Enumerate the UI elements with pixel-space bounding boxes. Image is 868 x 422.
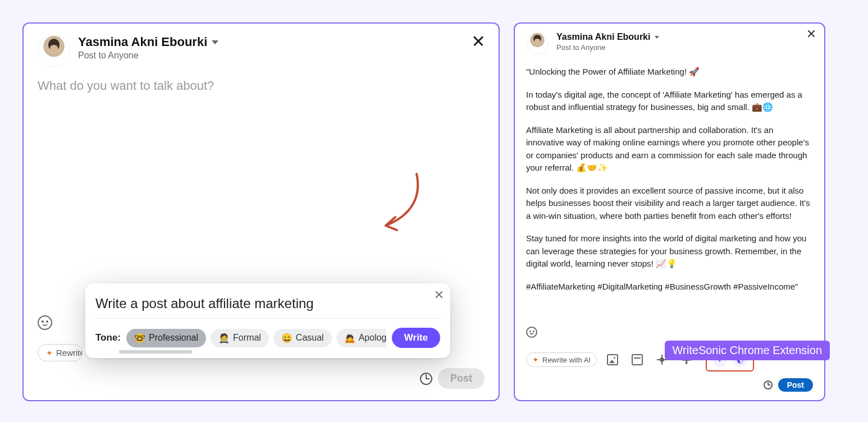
compose-footer: Post bbox=[526, 378, 813, 392]
user-info: Yasmina Akni Ebourki Post to Anyone bbox=[78, 35, 218, 61]
chevron-down-icon bbox=[212, 40, 218, 44]
compose-header: Yasmina Akni Ebourki Post to Anyone bbox=[526, 32, 813, 54]
compose-header: Yasmina Akni Ebourki Post to Anyone bbox=[38, 35, 485, 67]
writesonic-badge: WriteSonic Chrome Extension bbox=[665, 341, 830, 360]
post-paragraph: "Unlocking the Power of Affiliate Market… bbox=[526, 66, 813, 79]
tone-label: Tone: bbox=[95, 332, 121, 343]
tone-scrollbar[interactable] bbox=[119, 350, 192, 354]
emoji-icon[interactable] bbox=[38, 315, 52, 330]
compose-panel-right: Yasmina Akni Ebourki Post to Anyone "Unl… bbox=[514, 22, 825, 401]
avatar bbox=[38, 35, 70, 67]
tone-row: Tone: 🤓Professional🤵Formal😄Casual🙇Apolog… bbox=[95, 328, 440, 348]
tone-text: Apologetic bbox=[359, 333, 386, 343]
ai-prompt-popup: Tone: 🤓Professional🤵Formal😄Casual🙇Apolog… bbox=[85, 283, 450, 358]
post-button[interactable]: Post bbox=[778, 378, 813, 392]
sparkle-icon: ✦ bbox=[532, 355, 539, 364]
avatar bbox=[526, 32, 549, 54]
generated-post-content[interactable]: "Unlocking the Power of Affiliate Market… bbox=[526, 54, 813, 322]
compose-panel-left: Yasmina Akni Ebourki Post to Anyone What… bbox=[22, 22, 500, 401]
calendar-icon[interactable] bbox=[632, 354, 643, 365]
emoji-icon[interactable] bbox=[526, 327, 537, 338]
post-paragraph: Stay tuned for more insights into the wo… bbox=[526, 232, 813, 270]
post-button: Post bbox=[438, 368, 485, 389]
tone-text: Casual bbox=[296, 333, 324, 343]
tone-chip-formal[interactable]: 🤵Formal bbox=[211, 329, 269, 347]
post-paragraph: #AffiliateMarketing #DigitalMarketing #B… bbox=[526, 281, 813, 293]
schedule-icon[interactable] bbox=[420, 373, 432, 385]
ai-prompt-input[interactable] bbox=[95, 293, 440, 319]
rewrite-label: Rewrite with AI bbox=[56, 348, 83, 357]
tone-emoji: 🙇 bbox=[344, 333, 355, 343]
post-paragraph: In today's digital age, the concept of '… bbox=[526, 89, 813, 114]
rewrite-with-ai-button[interactable]: ✦ Rewrite with AI bbox=[526, 352, 597, 367]
tone-text: Formal bbox=[233, 333, 261, 343]
tone-text: Professional bbox=[149, 333, 198, 343]
tone-emoji: 😄 bbox=[281, 333, 293, 343]
tone-emoji: 🤓 bbox=[134, 333, 145, 343]
post-paragraph: Not only does it provides an excellent s… bbox=[526, 185, 813, 223]
close-button[interactable] bbox=[472, 35, 485, 47]
rewrite-label: Rewrite with AI bbox=[542, 356, 591, 364]
user-name: Yasmina Akni Ebourki bbox=[556, 32, 650, 42]
user-info: Yasmina Akni Ebourki Post to Anyone bbox=[556, 32, 659, 52]
author-select[interactable]: Yasmina Akni Ebourki bbox=[78, 35, 218, 49]
rewrite-with-ai-button[interactable]: ✦ Rewrite with AI bbox=[38, 344, 83, 361]
tone-chip-apologetic[interactable]: 🙇Apologetic bbox=[336, 329, 386, 347]
tone-chip-professional[interactable]: 🤓Professional bbox=[126, 329, 206, 347]
compose-placeholder: What do you want to talk about? bbox=[38, 79, 214, 93]
tone-emoji: 🤵 bbox=[218, 333, 230, 343]
author-select[interactable]: Yasmina Akni Ebourki bbox=[556, 32, 659, 42]
tone-chips: 🤓Professional🤵Formal😄Casual🙇Apologetic bbox=[126, 329, 386, 347]
tone-chip-casual[interactable]: 😄Casual bbox=[273, 329, 332, 347]
sparkle-icon: ✦ bbox=[46, 348, 53, 357]
post-paragraph: Affiliate Marketing is all about partner… bbox=[526, 124, 813, 175]
user-name: Yasmina Akni Ebourki bbox=[78, 35, 207, 49]
image-icon[interactable] bbox=[607, 354, 618, 365]
compose-textarea[interactable]: What do you want to talk about? bbox=[38, 67, 485, 315]
post-visibility[interactable]: Post to Anyone bbox=[556, 43, 659, 52]
write-button[interactable]: Write bbox=[392, 328, 440, 348]
popup-close-button[interactable] bbox=[435, 290, 444, 299]
compose-footer: Post bbox=[38, 368, 485, 389]
chevron-down-icon bbox=[655, 36, 659, 39]
post-visibility[interactable]: Post to Anyone bbox=[78, 51, 218, 61]
close-button[interactable] bbox=[807, 29, 816, 38]
schedule-icon[interactable] bbox=[764, 380, 773, 389]
